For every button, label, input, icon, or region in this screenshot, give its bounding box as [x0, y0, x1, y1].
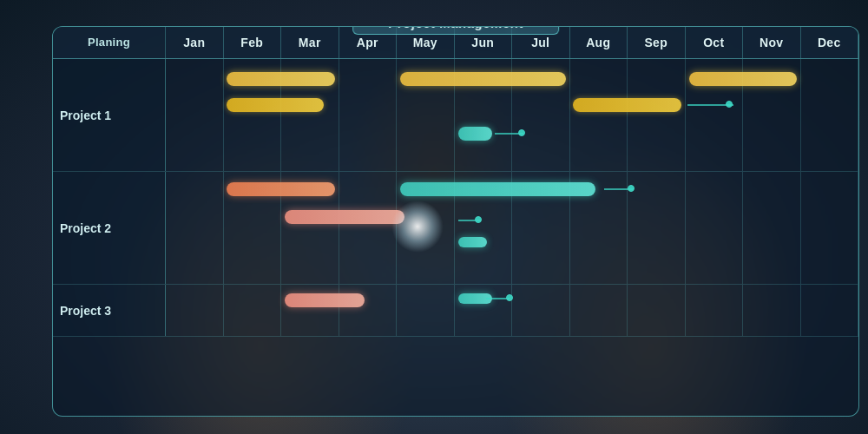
- header-oct: Oct: [686, 27, 744, 58]
- cell: [455, 172, 513, 284]
- cell: [455, 285, 513, 336]
- cell: [339, 172, 398, 284]
- gantt-body: Project 1: [53, 59, 858, 337]
- cell: [801, 285, 859, 336]
- header-aug: Aug: [570, 27, 628, 58]
- cell: [166, 59, 224, 171]
- header-dec: Dec: [801, 27, 859, 58]
- project-2-cells: [166, 172, 858, 284]
- cell: [397, 285, 455, 336]
- table-row: Project 1: [53, 59, 858, 172]
- cell: [512, 172, 570, 284]
- title-text: Project Management: [388, 26, 523, 30]
- cell: [512, 59, 570, 171]
- cell: [224, 285, 282, 336]
- cell: [281, 285, 339, 336]
- project-2-label: Project 2: [53, 172, 166, 284]
- cell: [743, 172, 801, 284]
- cell: [570, 172, 628, 284]
- header-nov: Nov: [743, 27, 801, 58]
- table-row: Project 2: [53, 172, 858, 285]
- header-sep: Sep: [628, 27, 686, 58]
- cell: [397, 59, 455, 171]
- header-mar: Mar: [281, 27, 339, 58]
- cell: [801, 59, 859, 171]
- cell: [743, 285, 801, 336]
- gantt-title: Project Management: [352, 26, 559, 35]
- cell: [224, 59, 282, 171]
- cell: [281, 59, 339, 171]
- cell: [570, 59, 628, 171]
- cell: [339, 59, 398, 171]
- gantt-chart: Project Management Planing Jan Feb Mar A…: [52, 26, 859, 417]
- cell: [743, 59, 801, 171]
- cell: [166, 172, 224, 284]
- cell: [628, 172, 686, 284]
- header-planning: Planing: [53, 27, 166, 58]
- cell: [628, 285, 686, 336]
- cell: [397, 172, 455, 284]
- cell: [339, 285, 398, 336]
- cell: [628, 59, 686, 171]
- cell: [686, 172, 744, 284]
- cell: [166, 285, 224, 336]
- cell: [801, 172, 859, 284]
- cell: [512, 285, 570, 336]
- project-1-cells: [166, 59, 858, 171]
- cell: [281, 172, 339, 284]
- project-1-label: Project 1: [53, 59, 166, 171]
- cell: [686, 285, 744, 336]
- table-row: Project 3: [53, 285, 858, 337]
- cell: [455, 59, 513, 171]
- project-3-cells: [166, 285, 858, 336]
- project-3-label: Project 3: [53, 285, 166, 336]
- cell: [570, 285, 628, 336]
- cell: [224, 172, 282, 284]
- header-jan: Jan: [166, 27, 224, 58]
- cell: [686, 59, 744, 171]
- header-feb: Feb: [224, 27, 282, 58]
